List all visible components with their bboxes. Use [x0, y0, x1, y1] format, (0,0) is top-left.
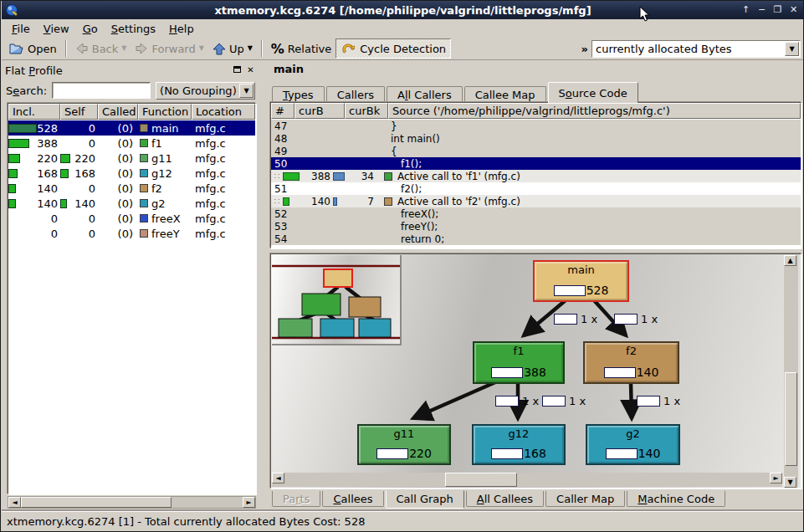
source-line[interactable]: 51 f2(); [271, 182, 801, 195]
graph-node-g11[interactable]: g11 220 [357, 424, 451, 465]
toolbar-overflow-chevron[interactable]: » [578, 43, 591, 55]
call-graph-canvas[interactable]: main 528 f1 388 f2 140 g11 220 g12 168 g… [270, 253, 801, 489]
search-input[interactable] [52, 82, 151, 99]
combo-dropdown-icon[interactable]: ▼ [239, 84, 253, 98]
back-button[interactable]: Back ▼ [71, 38, 131, 59]
tab-all-callees[interactable]: All Callees [466, 491, 544, 507]
edge-label-f1-g11: 1 x [495, 395, 539, 407]
dock-close-button[interactable]: ✕ [245, 65, 256, 76]
graph-overview-minimap[interactable] [272, 255, 402, 345]
scroll-right-icon[interactable]: ► [243, 497, 255, 508]
column-header-line[interactable]: # [271, 103, 294, 119]
scrollbar-thumb[interactable] [785, 372, 797, 466]
source-line[interactable]: 47 } [271, 120, 801, 132]
menu-view[interactable]: View [37, 21, 76, 37]
app-icon [6, 3, 19, 17]
source-line-selected[interactable]: 50 f1(); [271, 157, 801, 170]
tab-parts[interactable]: Parts [272, 491, 320, 507]
call-graph-panel: main 528 f1 388 f2 140 g11 220 g12 168 g… [270, 253, 803, 509]
tab-types[interactable]: Types [272, 86, 325, 103]
tab-call-graph[interactable]: Call Graph [386, 490, 464, 509]
graph-node-f1[interactable]: f1 388 [473, 341, 565, 384]
column-header-self[interactable]: Self [60, 104, 98, 120]
source-line[interactable]: 54 return 0; [271, 233, 801, 245]
column-header-location[interactable]: Location [192, 104, 255, 120]
cycle-undo-icon [341, 42, 356, 55]
up-arrow-icon [213, 43, 226, 55]
search-label: Search: [6, 84, 47, 97]
menu-settings[interactable]: Settings [105, 21, 162, 37]
table-row-f1[interactable]: 388 0 (0) f1 mfg.c [8, 136, 255, 151]
forward-arrow-icon [135, 43, 148, 54]
shade-button[interactable]: ↑ [739, 3, 753, 17]
function-color-swatch [384, 197, 392, 206]
source-line[interactable]: 53 freeY(); [271, 220, 801, 233]
column-header-incl[interactable]: Incl. [8, 104, 60, 120]
tab-caller-map[interactable]: Caller Map [545, 491, 625, 507]
tree-branch-icon: ⸬ [271, 171, 283, 181]
table-row-f2[interactable]: 140 0 (0) f2 mfg.c [8, 181, 255, 196]
cost-bar [491, 448, 523, 459]
minimize-button[interactable]: − [755, 3, 769, 17]
cost-bar [491, 367, 523, 378]
active-call-row[interactable]: ⸬ 140 7 Active call to 'f2' (mfg.c) [271, 195, 801, 207]
table-row-g2[interactable]: 140 140 (0) g2 mfg.c [8, 196, 255, 211]
relative-toggle-button[interactable]: % Relative [267, 38, 335, 59]
grouping-combobox[interactable]: (No Grouping) ▼ [156, 82, 255, 100]
flat-profile-hscrollbar[interactable]: ◄ ► [8, 496, 256, 509]
menu-help[interactable]: Help [162, 21, 201, 37]
table-row-g12[interactable]: 168 168 (0) g12 mfg.c [8, 166, 255, 181]
menu-go[interactable]: Go [76, 21, 105, 37]
graph-node-g12[interactable]: g12 168 [472, 424, 566, 465]
back-arrow-icon [75, 43, 89, 54]
tab-all-callers[interactable]: All Callers [387, 86, 463, 103]
table-row-main[interactable]: 528 0 (0) main mfg.c [8, 120, 255, 136]
tab-source-code[interactable]: Source Code [548, 82, 638, 103]
scroll-left-icon[interactable]: ◄ [8, 497, 21, 508]
event-type-combobox[interactable]: currently allocated Bytes ▼ [591, 40, 801, 58]
scrollbar-thumb[interactable] [21, 497, 172, 508]
column-header-called[interactable]: Called [98, 104, 138, 120]
menu-file[interactable]: File [5, 21, 37, 37]
source-panel: main Types Callers All Callers Callee Ma… [270, 61, 803, 250]
graph-node-f2[interactable]: f2 140 [583, 341, 679, 384]
scroll-down-icon[interactable]: ▼ [784, 477, 796, 488]
up-button[interactable]: Up ▼ [208, 38, 257, 59]
table-row-g11[interactable]: 220 220 (0) g11 mfg.c [8, 151, 255, 166]
scroll-up-icon[interactable]: ▲ [784, 255, 796, 266]
close-button[interactable]: ✕ [786, 3, 801, 17]
tab-machine-code[interactable]: Machine Code [627, 491, 725, 507]
tab-callees[interactable]: Callees [322, 491, 383, 507]
open-button[interactable]: Open [5, 38, 61, 59]
forward-dropdown-icon[interactable]: ▼ [199, 44, 204, 53]
column-header-function[interactable]: Function [138, 104, 192, 120]
active-call-row[interactable]: ⸬ 388 34 Active call to 'f1' (mfg.c) [271, 170, 801, 182]
graph-node-g2[interactable]: g2 140 [586, 424, 680, 465]
cycle-detection-toggle-button[interactable]: Cycle Detection [335, 38, 451, 59]
maximize-button[interactable]: ❐ [771, 3, 785, 17]
dock-float-button[interactable] [232, 65, 243, 76]
scrollbar-thumb[interactable] [445, 473, 517, 487]
tree-branch-icon: ⸬ [271, 197, 283, 206]
table-row-freeX[interactable]: 0 0 (0) freeX mfg.c [8, 211, 255, 226]
back-dropdown-icon[interactable]: ▼ [121, 44, 126, 53]
scroll-left-icon[interactable]: ◄ [272, 473, 284, 483]
table-row-freeY[interactable]: 0 0 (0) freeY mfg.c [8, 226, 255, 241]
graph-vscrollbar[interactable]: ▲ ▼ [784, 255, 798, 488]
function-color-swatch [140, 214, 148, 223]
forward-button[interactable]: Forward ▼ [131, 38, 207, 59]
source-line[interactable]: 49 { [271, 145, 801, 157]
source-line[interactable]: 48 int main() [271, 132, 801, 145]
graph-hscrollbar[interactable]: ◄ ► [272, 473, 782, 487]
combo-dropdown-icon[interactable]: ▼ [785, 42, 799, 56]
column-header-curb[interactable]: curB [294, 103, 345, 119]
up-dropdown-icon[interactable]: ▼ [248, 44, 253, 53]
graph-node-main[interactable]: main 528 [533, 260, 629, 302]
tab-callers[interactable]: Callers [326, 86, 385, 103]
mouse-cursor [639, 6, 651, 23]
scroll-right-icon[interactable]: ► [770, 473, 782, 483]
column-header-curbk[interactable]: curBk [345, 103, 388, 119]
source-line[interactable]: 52 freeX(); [271, 207, 801, 220]
column-header-source[interactable]: Source ('/home/philippe/valgrind/littlep… [388, 103, 801, 119]
tab-callee-map[interactable]: Callee Map [464, 86, 546, 103]
